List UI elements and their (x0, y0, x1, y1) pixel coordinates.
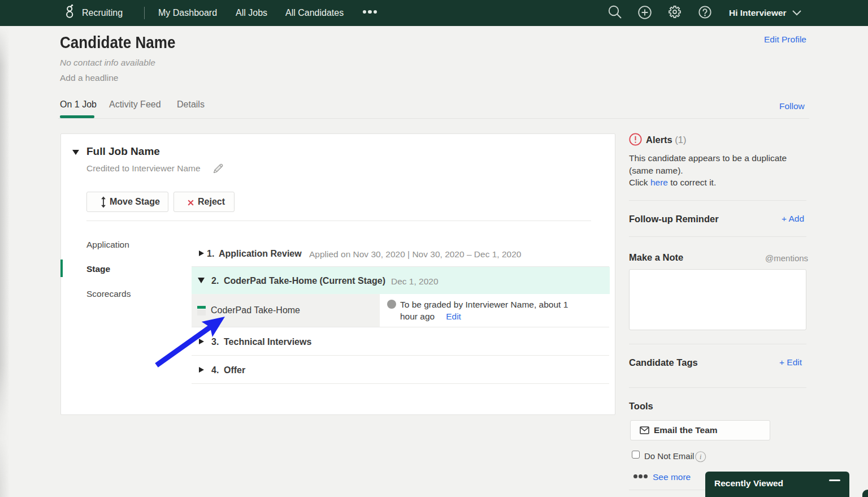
svg-text:i: i (700, 453, 701, 461)
